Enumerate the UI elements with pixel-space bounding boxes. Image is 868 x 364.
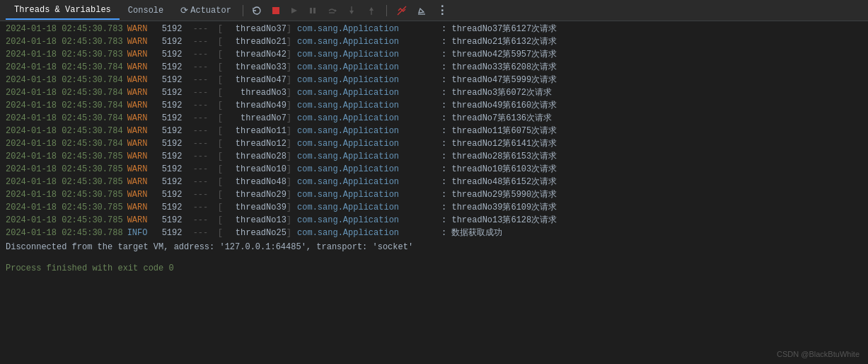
log-timestamp: 2024-01-18 02:45:30.784 [6, 112, 123, 125]
log-level: WARN [127, 163, 159, 176]
log-bracket: [ [218, 201, 223, 214]
log-level: INFO [127, 227, 159, 239]
log-thread: threadNo7 [223, 112, 287, 125]
tab-actuator[interactable]: ⟳ Actuator [172, 1, 240, 20]
log-dashes: --- [193, 150, 218, 163]
watermark: CSDN @BlackBtuWhite [777, 350, 860, 358]
log-class: com.sang.Application [297, 150, 439, 163]
log-message: : threadNo3第6072次请求 [441, 86, 552, 99]
log-line: 2024-01-18 02:45:30.784WARN5192--- [thre… [0, 86, 868, 99]
pause-icon[interactable] [306, 5, 320, 16]
stop-icon[interactable] [269, 5, 283, 16]
log-thread: threadNo48 [223, 176, 287, 188]
log-bracket-close: ] [287, 137, 291, 150]
log-timestamp: 2024-01-18 02:45:30.785 [6, 150, 123, 163]
log-message: : threadNo21第6132次请求 [441, 35, 557, 48]
log-dashes: --- [193, 227, 218, 239]
log-bracket-close: ] [287, 201, 291, 214]
log-bracket-close: ] [287, 86, 291, 99]
log-message: : threadNo13第6128次请求 [441, 214, 557, 227]
log-bracket-close: ] [287, 48, 291, 61]
log-bracket: [ [218, 23, 223, 35]
svg-marker-9 [369, 7, 374, 11]
disconnect-icon[interactable] [394, 4, 410, 17]
tab-threads-variables[interactable]: Threads & Variables [6, 1, 120, 20]
log-timestamp: 2024-01-18 02:45:30.785 [6, 201, 123, 214]
log-dashes: --- [193, 48, 218, 61]
step-into-icon[interactable] [344, 4, 359, 17]
log-thread: threadNo33 [223, 61, 287, 74]
svg-marker-4 [335, 9, 337, 12]
log-dashes: --- [193, 125, 218, 137]
log-timestamp: 2024-01-18 02:45:30.784 [6, 125, 123, 137]
log-dashes: --- [193, 163, 218, 176]
log-thread: threadNo29 [223, 188, 287, 201]
tab-console[interactable]: Console [120, 2, 172, 19]
log-dashes: --- [193, 112, 218, 125]
log-timestamp: 2024-01-18 02:45:30.783 [6, 23, 123, 35]
log-level: WARN [127, 23, 159, 35]
log-thread: threadNo12 [223, 137, 287, 150]
log-dashes: --- [193, 23, 218, 35]
log-timestamp: 2024-01-18 02:45:30.784 [6, 74, 123, 86]
disconnected-line: Disconnected from the target VM, address… [0, 239, 868, 255]
log-line: 2024-01-18 02:45:30.785WARN5192--- [thre… [0, 163, 868, 176]
edit-icon[interactable] [414, 4, 429, 17]
log-thread: threadNo37 [223, 23, 287, 35]
step-over-icon[interactable] [324, 4, 340, 17]
svg-rect-2 [310, 8, 312, 13]
log-line: 2024-01-18 02:45:30.784WARN5192--- [thre… [0, 112, 868, 125]
log-line: 2024-01-18 02:45:30.783WARN5192--- [thre… [0, 48, 868, 61]
log-line: 2024-01-18 02:45:30.785WARN5192--- [thre… [0, 201, 868, 214]
log-bracket: [ [218, 125, 223, 137]
log-pid: 5192 [162, 35, 190, 48]
log-message: : threadNo39第6109次请求 [441, 201, 557, 214]
log-message: : threadNo42第5957次请求 [441, 48, 557, 61]
log-line: 2024-01-18 02:45:30.784WARN5192--- [thre… [0, 99, 868, 112]
log-level: WARN [127, 74, 159, 86]
log-dashes: --- [193, 99, 218, 112]
log-pid: 5192 [162, 137, 190, 150]
log-bracket: [ [218, 99, 223, 112]
log-class: com.sang.Application [297, 35, 439, 48]
log-bracket-close: ] [287, 125, 291, 137]
log-dashes: --- [193, 188, 218, 201]
log-message: : threadNo29第5990次请求 [441, 188, 557, 201]
log-level: WARN [127, 99, 159, 112]
log-line: 2024-01-18 02:45:30.784WARN5192--- [thre… [0, 137, 868, 150]
log-pid: 5192 [162, 48, 190, 61]
log-line: 2024-01-18 02:45:30.785WARN5192--- [thre… [0, 150, 868, 163]
log-thread: threadNo39 [223, 201, 287, 214]
log-pid: 5192 [162, 163, 190, 176]
log-bracket: [ [218, 35, 223, 48]
svg-marker-7 [349, 11, 354, 14]
log-thread: threadNo11 [223, 125, 287, 137]
log-level: WARN [127, 86, 159, 99]
log-class: com.sang.Application [297, 99, 439, 112]
log-level: WARN [127, 214, 159, 227]
log-message: : threadNo49第6160次请求 [441, 99, 557, 112]
resume-icon[interactable] [287, 5, 301, 16]
log-bracket: [ [218, 188, 223, 201]
log-pid: 5192 [162, 188, 190, 201]
log-dashes: --- [193, 214, 218, 227]
more-icon[interactable]: ⋮ [434, 2, 451, 19]
log-timestamp: 2024-01-18 02:45:30.784 [6, 99, 123, 112]
log-thread: threadNo10 [223, 163, 287, 176]
refresh-icon[interactable] [249, 4, 265, 17]
log-message: : threadNo37第6127次请求 [441, 23, 557, 35]
log-thread: threadNo3 [223, 86, 287, 99]
log-message: : threadNo48第6152次请求 [441, 176, 557, 188]
log-bracket: [ [218, 86, 223, 99]
log-class: com.sang.Application [297, 201, 439, 214]
log-level: WARN [127, 137, 159, 150]
log-pid: 5192 [162, 112, 190, 125]
log-level: WARN [127, 125, 159, 137]
separator-2 [386, 5, 387, 16]
log-timestamp: 2024-01-18 02:45:30.785 [6, 188, 123, 201]
log-dashes: --- [193, 201, 218, 214]
log-pid: 5192 [162, 74, 190, 86]
step-out-icon[interactable] [364, 4, 379, 17]
toolbar-actions: ⋮ [249, 2, 451, 19]
log-timestamp: 2024-01-18 02:45:30.784 [6, 86, 123, 99]
